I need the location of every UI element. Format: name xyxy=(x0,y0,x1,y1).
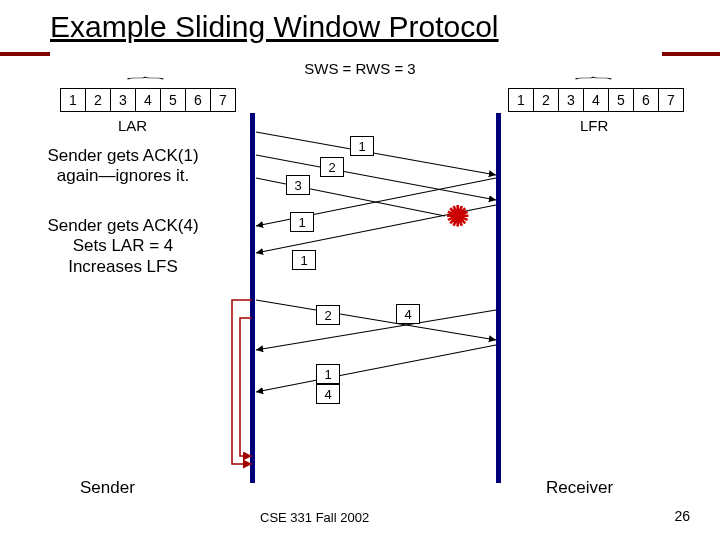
packet-box: 3 xyxy=(286,175,310,195)
packet-box: 1 xyxy=(350,136,374,156)
subtitle: SWS = RWS = 3 xyxy=(0,60,720,77)
sender-label: Sender xyxy=(80,478,135,498)
loss-icon: ✺ xyxy=(446,200,469,233)
receiver-sequence-strip: 1 2 3 4 5 6 7 xyxy=(508,88,684,112)
packet-box: 1 xyxy=(290,212,314,232)
packet-box: 2 xyxy=(320,157,344,177)
svg-line-0 xyxy=(256,132,496,175)
packet-box: 1 xyxy=(292,250,316,270)
packet-box: 1 xyxy=(316,364,340,384)
note-line: Sets LAR = 4 xyxy=(73,236,174,255)
slide-frame: Example Sliding Window Protocol SWS = RW… xyxy=(0,0,720,540)
seq-cell: 7 xyxy=(211,89,235,111)
page-number: 26 xyxy=(674,508,690,524)
note-line: again—ignores it. xyxy=(57,166,189,185)
accent-bar-right xyxy=(662,52,720,56)
slide-title: Example Sliding Window Protocol xyxy=(50,10,499,44)
note-line: Increases LFS xyxy=(68,257,178,276)
note-ack4: Sender gets ACK(4) Sets LAR = 4 Increase… xyxy=(18,216,228,277)
note-line: Sender gets ACK(4) xyxy=(47,216,198,235)
svg-line-5 xyxy=(256,300,496,340)
seq-cell: 3 xyxy=(559,89,584,111)
receiver-label: Receiver xyxy=(546,478,613,498)
lar-label: LAR xyxy=(118,117,147,134)
packet-box: 4 xyxy=(396,304,420,324)
seq-cell: 4 xyxy=(584,89,609,111)
seq-cell: 7 xyxy=(659,89,683,111)
seq-cell: 6 xyxy=(634,89,659,111)
seq-cell: 1 xyxy=(509,89,534,111)
note-line: Sender gets ACK(1) xyxy=(47,146,198,165)
seq-cell: 2 xyxy=(534,89,559,111)
seq-cell: 2 xyxy=(86,89,111,111)
svg-line-6 xyxy=(256,310,496,350)
seq-cell: 4 xyxy=(136,89,161,111)
packet-box: 2 xyxy=(316,305,340,325)
seq-cell: 1 xyxy=(61,89,86,111)
receiver-timeline xyxy=(496,113,501,483)
packet-box: 4 xyxy=(316,384,340,404)
sender-timeline xyxy=(250,113,255,483)
footer-text: CSE 331 Fall 2002 xyxy=(260,510,369,525)
sender-sequence-strip: 1 2 3 4 5 6 7 xyxy=(60,88,236,112)
seq-cell: 5 xyxy=(161,89,186,111)
seq-cell: 3 xyxy=(111,89,136,111)
svg-line-7 xyxy=(256,345,496,392)
accent-bar-left xyxy=(0,52,50,56)
note-ack1: Sender gets ACK(1) again—ignores it. xyxy=(18,146,228,187)
lfr-label: LFR xyxy=(580,117,608,134)
seq-cell: 5 xyxy=(609,89,634,111)
svg-line-2 xyxy=(256,178,445,216)
seq-cell: 6 xyxy=(186,89,211,111)
